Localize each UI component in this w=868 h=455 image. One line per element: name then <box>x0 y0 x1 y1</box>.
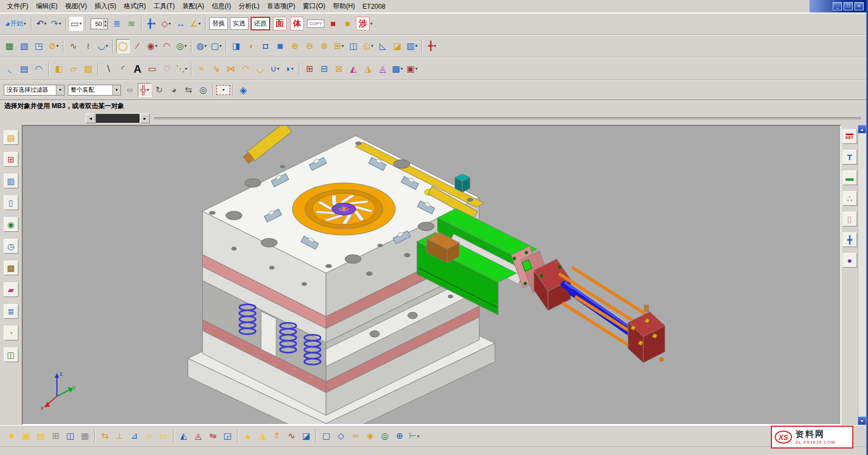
align-component-button[interactable]: ⊢▾ <box>407 429 421 443</box>
undo-button[interactable]: ↶▾ <box>35 17 48 31</box>
work-layer-spinner[interactable]: 50▴▾ <box>91 18 108 29</box>
studio-spline-button[interactable]: ◡▾ <box>96 39 110 53</box>
assembly-navigator-tab[interactable]: ▤ <box>4 130 18 145</box>
roles-tab[interactable]: ◔ <box>4 326 18 340</box>
start-button[interactable]: ◕开始▾ <box>3 17 28 31</box>
primitive-block-button[interactable]: ▢▾ <box>209 39 223 53</box>
edge-blend-button-dropdown[interactable]: ▾ <box>371 43 373 48</box>
circle-button[interactable]: ◉▾ <box>145 39 159 53</box>
rectangle-select-button[interactable]: ▾ <box>216 85 230 95</box>
rotary-cavity-ring[interactable] <box>292 183 395 235</box>
offset-face-button[interactable]: ▣▾ <box>405 62 419 76</box>
wave-link-button[interactable]: ⊞ <box>303 62 316 76</box>
rectangle-tool-button[interactable]: ▭ <box>145 62 159 76</box>
line-tool-button[interactable]: ∖ <box>101 62 115 76</box>
touch-panel-tab[interactable]: ◫ <box>4 347 18 362</box>
menu-item-1[interactable]: 编辑(E) <box>32 0 61 12</box>
component-array-button[interactable]: ⊞ <box>49 429 62 443</box>
point-button[interactable]: ◎▾ <box>175 39 188 53</box>
face-display-button[interactable]: 面 <box>272 17 288 31</box>
view-orientation-cube-button[interactable]: ◈ <box>237 83 250 97</box>
reflect-component-button[interactable]: ◈ <box>363 429 377 443</box>
intersect-button[interactable]: ⊗ <box>317 39 331 53</box>
redo-button-dropdown[interactable]: ▾ <box>59 21 61 26</box>
arc-tool-button[interactable]: ◜ <box>116 62 130 76</box>
move-component-button[interactable]: ⇆ <box>98 429 112 443</box>
point-set-button-dropdown[interactable]: ▾ <box>185 66 187 71</box>
boss-button[interactable]: ◙ <box>273 39 287 53</box>
primitive-sphere-button-dropdown[interactable]: ▾ <box>205 43 207 48</box>
shell-button[interactable]: ▥▾ <box>405 39 419 53</box>
sketch-curve-button[interactable]: ▧ <box>17 39 31 53</box>
she-button-dropdown[interactable]: ▾ <box>370 21 372 26</box>
center-align-button[interactable]: ⊕ <box>393 429 406 443</box>
text-tool-button[interactable]: A <box>131 62 144 76</box>
scroll-thumb[interactable] <box>96 114 139 123</box>
orient-view-button-dropdown[interactable]: ▾ <box>154 21 156 26</box>
display-color-button[interactable]: ▭▾ <box>69 17 83 31</box>
scroll-down-button[interactable]: ▼ <box>858 416 866 425</box>
profile-curve-button[interactable]: ∿ <box>67 39 80 53</box>
revolve-button[interactable]: ◖ <box>244 39 258 53</box>
zoom-view-button[interactable]: ◎ <box>196 83 210 97</box>
isolate-component-button[interactable]: ▢ <box>320 429 333 443</box>
split-body-button[interactable]: ◭ <box>347 62 360 76</box>
wave-geometry-linker-button[interactable]: ◲ <box>221 429 234 443</box>
menu-item-10[interactable]: 窗口(O) <box>299 0 329 12</box>
teal-block[interactable] <box>455 174 470 192</box>
swept-surface-button[interactable]: ◠ <box>32 62 46 76</box>
interpart-link-button[interactable]: ∞ <box>123 83 137 97</box>
work-layer-spinner-arrows[interactable]: ▴▾ <box>103 20 107 27</box>
selection-scope-combo-arrow[interactable]: ▼ <box>112 85 120 95</box>
unite-button[interactable]: ⊕ <box>288 39 302 53</box>
palette-colorbar-tab[interactable]: ▰ <box>4 282 18 297</box>
selection-scope-combo[interactable]: 整个装配▼ <box>68 85 121 96</box>
menu-item-7[interactable]: 信息(I) <box>208 0 234 12</box>
join-curve-button-dropdown[interactable]: ▾ <box>277 66 279 71</box>
through-curves-button[interactable]: ▤ <box>17 62 31 76</box>
menu-item-6[interactable]: 装配(A) <box>178 0 208 12</box>
redo-button[interactable]: ↷▾ <box>49 17 63 31</box>
selection-filter-combo-arrow[interactable]: ▼ <box>56 85 64 95</box>
constraint-navigator-tab[interactable]: ⊞ <box>4 152 18 167</box>
variant-component-button[interactable]: ▲ <box>241 429 254 443</box>
menu-item-9[interactable]: 首选项(P) <box>263 0 299 12</box>
template-tool-button[interactable]: T <box>843 150 857 165</box>
gold-cube-button[interactable]: ■ <box>341 17 354 31</box>
cup-tool-button[interactable]: ▯ <box>843 212 857 226</box>
layer-category-button[interactable]: ≋ <box>125 17 138 31</box>
close-button[interactable]: × <box>854 2 864 10</box>
offset-curve-button[interactable]: ≈ <box>195 62 208 76</box>
snap-view-button[interactable]: ◇▾ <box>159 17 173 31</box>
new-component-button[interactable]: ▤ <box>34 429 48 443</box>
show-dof-button[interactable]: ⊿ <box>127 429 141 443</box>
select-chain-button[interactable]: ◎ <box>378 429 392 443</box>
promote-body-button[interactable]: ⊠ <box>332 62 346 76</box>
snap-point-button[interactable]: ╬▾ <box>138 83 151 97</box>
interference-check-button[interactable]: ◬ <box>192 429 205 443</box>
system-materials-tab[interactable]: ▩ <box>4 261 18 275</box>
wave-mode-button[interactable]: ∿ <box>285 429 298 443</box>
internet-explorer-tab[interactable]: ◉ <box>4 217 18 232</box>
copy-face-button[interactable]: copy <box>307 17 326 31</box>
menu-item-11[interactable]: 帮助(H) <box>329 0 359 12</box>
point-button-dropdown[interactable]: ▾ <box>184 43 187 48</box>
substitute-shape-button[interactable]: ▦ <box>78 429 92 443</box>
studio-spline-button-dropdown[interactable]: ▾ <box>106 43 108 48</box>
shell-button-dropdown[interactable]: ▾ <box>416 43 418 48</box>
line-button[interactable]: ∕ <box>131 39 144 53</box>
layer-settings-button[interactable]: ≣ <box>110 17 124 31</box>
body-display-button[interactable]: 体 <box>289 17 305 31</box>
graphics-viewport[interactable]: z Y x <box>22 125 841 425</box>
snap-view-button-dropdown[interactable]: ▾ <box>169 21 171 26</box>
scroll-left-button[interactable]: ◄ <box>86 113 95 123</box>
arrange-component-button[interactable]: ▱ <box>142 429 156 443</box>
deformable-part-button[interactable]: ◮ <box>256 429 269 443</box>
undo-button-dropdown[interactable]: ▾ <box>44 21 46 26</box>
translucent-button[interactable]: 实透 <box>229 17 249 31</box>
she-button[interactable]: 涉▾ <box>355 17 373 31</box>
snap-point-button-dropdown[interactable]: ▾ <box>147 87 149 92</box>
circle-button-dropdown[interactable]: ▾ <box>155 43 157 48</box>
wrap-curve-button[interactable]: ◗▾ <box>283 62 296 76</box>
selection-filter-combo[interactable]: 没有选择过滤器▼ <box>4 85 65 96</box>
